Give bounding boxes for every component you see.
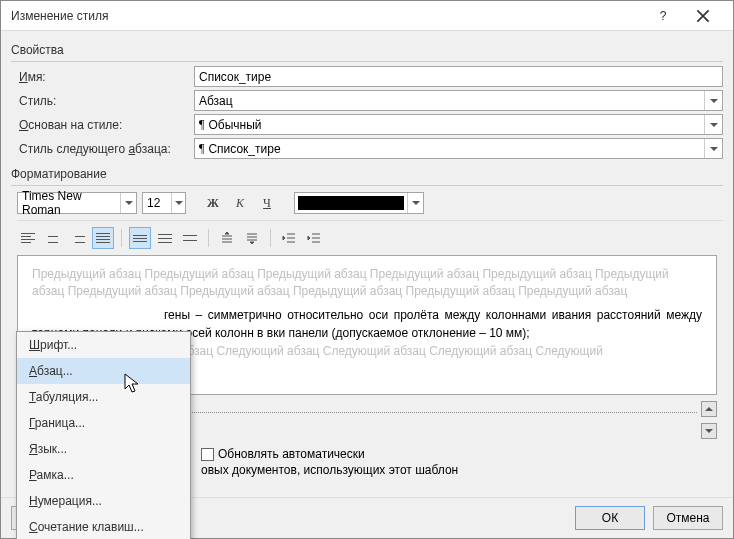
color-swatch [298, 196, 404, 210]
space-before-inc-button[interactable] [216, 227, 238, 249]
chevron-down-icon [704, 115, 722, 134]
line-spacing-1-button[interactable] [129, 227, 151, 249]
space-before-dec-button[interactable] [241, 227, 263, 249]
dialog-title: Изменение стиля [11, 9, 643, 23]
menu-item-paragraph[interactable]: Абзац... [17, 358, 190, 384]
format-dropdown-menu: Шрифт... Абзац... Табуляция... Граница..… [16, 331, 191, 539]
name-label: Имя: [19, 70, 194, 84]
formatting-group-label: Форматирование [11, 167, 723, 181]
chevron-down-icon [704, 91, 722, 110]
ok-button[interactable]: ОК [575, 506, 645, 530]
menu-item-tabs[interactable]: Табуляция... [17, 384, 190, 410]
menu-item-frame[interactable]: Рамка... [17, 462, 190, 488]
paragraph-toolbar [17, 220, 723, 249]
dialog-content: Свойства Имя: Стиль: Абзац Основан на ст… [1, 31, 733, 497]
separator [208, 229, 209, 247]
modify-style-dialog: Изменение стиля ? Свойства Имя: Стиль: А… [0, 0, 734, 539]
font-format-row: Times New Roman 12 Ж К Ч [17, 192, 723, 214]
menu-item-numbering[interactable]: Нумерация... [17, 488, 190, 514]
font-family-combo[interactable]: Times New Roman [17, 192, 137, 214]
close-button[interactable] [683, 2, 723, 30]
properties-group-label: Свойства [11, 43, 723, 57]
titlebar: Изменение стиля ? [1, 1, 733, 31]
scroll-up-button[interactable] [701, 401, 717, 417]
line-spacing-2-button[interactable] [179, 227, 201, 249]
style-combo[interactable]: Абзац [194, 90, 723, 111]
preview-previous-text: Предыдущий абзац Предыдущий абзац Предыд… [32, 266, 702, 300]
indent-dec-icon [282, 231, 296, 245]
auto-update-label: Обновлять автоматически [218, 447, 365, 461]
align-center-button[interactable] [42, 227, 64, 249]
underline-button[interactable]: Ч [256, 192, 278, 214]
scroll-down-button[interactable] [701, 423, 717, 439]
menu-item-shortcut[interactable]: Сочетание клавиш... [17, 514, 190, 539]
font-size-combo[interactable]: 12 [142, 192, 186, 214]
indent-decrease-button[interactable] [278, 227, 300, 249]
spacing-icon [220, 231, 234, 245]
new-docs-label: овых документов, использующих этот шабло… [201, 463, 458, 477]
close-icon [696, 9, 710, 23]
next-style-row: Стиль следующего абзаца: ¶Список_тире [19, 138, 723, 159]
align-justify-button[interactable] [92, 227, 114, 249]
spacing-icon [245, 231, 259, 245]
help-button[interactable]: ? [643, 2, 683, 30]
menu-item-font[interactable]: Шрифт... [17, 332, 190, 358]
next-style-value: ¶Список_тире [195, 141, 704, 156]
align-right-button[interactable] [67, 227, 89, 249]
chevron-down-icon [407, 193, 423, 213]
auto-update-checkbox[interactable] [201, 448, 214, 461]
menu-item-language[interactable]: Язык... [17, 436, 190, 462]
based-on-value: ¶Обычный [195, 117, 704, 132]
chevron-down-icon [704, 139, 722, 158]
based-on-combo[interactable]: ¶Обычный [194, 114, 723, 135]
next-style-combo[interactable]: ¶Список_тире [194, 138, 723, 159]
bold-button[interactable]: Ж [202, 192, 224, 214]
cancel-button[interactable]: Отмена [653, 506, 723, 530]
align-left-button[interactable] [17, 227, 39, 249]
font-color-combo[interactable] [294, 192, 424, 214]
next-style-label: Стиль следующего абзаца: [19, 142, 194, 156]
chevron-down-icon [120, 193, 136, 213]
separator [270, 229, 271, 247]
name-input[interactable] [194, 66, 723, 87]
divider [11, 185, 723, 186]
style-label: Стиль: [19, 94, 194, 108]
italic-button[interactable]: К [229, 192, 251, 214]
style-row: Стиль: Абзац [19, 90, 723, 111]
style-value: Абзац [195, 94, 704, 108]
line-spacing-1-5-button[interactable] [154, 227, 176, 249]
based-on-label: Основан на стиле: [19, 118, 194, 132]
menu-item-border[interactable]: Граница... [17, 410, 190, 436]
separator [121, 229, 122, 247]
indent-increase-button[interactable] [303, 227, 325, 249]
indent-inc-icon [307, 231, 321, 245]
chevron-down-icon [171, 193, 185, 213]
based-on-row: Основан на стиле: ¶Обычный [19, 114, 723, 135]
divider [11, 61, 723, 62]
name-row: Имя: [19, 66, 723, 87]
